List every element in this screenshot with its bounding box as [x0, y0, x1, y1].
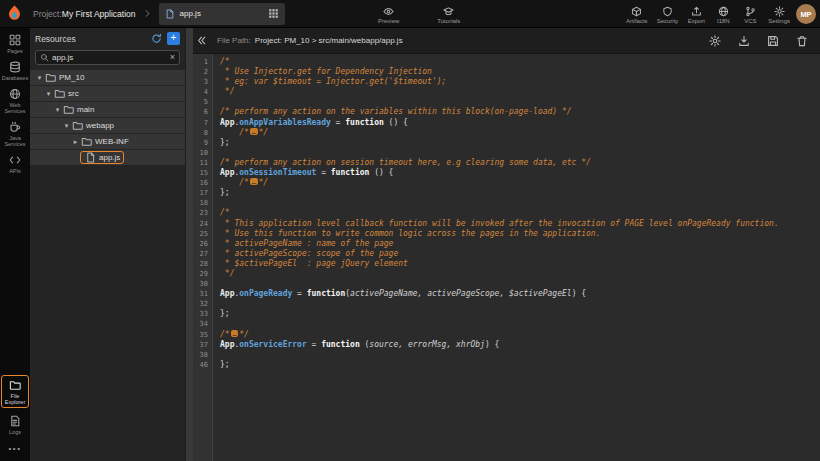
- artifacts-button[interactable]: Artifacts: [626, 3, 648, 26]
- code-line[interactable]: 4 */: [193, 87, 820, 97]
- code-line[interactable]: 31App.onPageReady = function(activePageN…: [193, 289, 820, 299]
- code-line[interactable]: 9};: [193, 138, 820, 148]
- code-text: * Use Injector.get for Dependency Inject…: [213, 67, 432, 77]
- code-line[interactable]: 23/*: [193, 208, 820, 218]
- code-line[interactable]: 32: [193, 299, 820, 309]
- code-line[interactable]: 10: [193, 148, 820, 158]
- globe-icon: [9, 88, 21, 100]
- caret-down-icon[interactable]: ▾: [35, 74, 44, 82]
- avatar[interactable]: MP: [796, 4, 816, 24]
- rail-item-web-services[interactable]: Web Services: [1, 88, 29, 114]
- save-icon[interactable]: [767, 35, 779, 47]
- i18n-icon: [718, 6, 729, 17]
- rail-item-java-services[interactable]: Java Services: [1, 121, 29, 147]
- panel-divider[interactable]: [185, 28, 193, 461]
- code-line[interactable]: 15App.onSessionTimeout = function () {: [193, 168, 820, 178]
- tree-item-web-inf[interactable]: ▸WEB-INF: [30, 134, 185, 150]
- download-icon[interactable]: [738, 35, 750, 47]
- code-line[interactable]: 2 * Use Injector.get for Dependency Inje…: [193, 67, 820, 77]
- line-number: 6: [193, 107, 213, 117]
- clear-search-icon[interactable]: ×: [170, 53, 175, 62]
- code-line[interactable]: 16 /*…*/: [193, 178, 820, 188]
- line-number: 15: [193, 168, 213, 178]
- caret-down-icon[interactable]: ▾: [44, 90, 53, 98]
- code-line[interactable]: 3 * eg: var $timeout = Injector.get('$ti…: [193, 77, 820, 87]
- file-path-label: File Path:: [217, 36, 251, 45]
- add-button[interactable]: +: [167, 32, 180, 45]
- code-line[interactable]: 28 * $activePageEl : page jQuery element: [193, 259, 820, 269]
- vcs-button[interactable]: VCS: [741, 3, 759, 26]
- code-line[interactable]: 5: [193, 97, 820, 107]
- preview-icon: [383, 6, 394, 17]
- logs-icon: [9, 415, 21, 427]
- caret-down-icon[interactable]: ▾: [53, 106, 62, 114]
- rail-item-pages[interactable]: Pages: [1, 34, 29, 54]
- rail-item-label: Pages: [7, 48, 23, 54]
- fold-marker[interactable]: …: [250, 128, 258, 135]
- more-icon[interactable]: •••: [9, 442, 22, 461]
- tree-item-app-js[interactable]: app.js: [30, 150, 185, 166]
- code-line[interactable]: 35/*…*/: [193, 330, 820, 340]
- rail-top-items: PagesDatabasesWeb ServicesJava ServicesA…: [1, 28, 29, 181]
- settings-button[interactable]: Settings: [768, 3, 790, 26]
- code-text: [213, 350, 220, 360]
- code-line[interactable]: 37App.onServiceError = function (source,…: [193, 340, 820, 350]
- line-number: 26: [193, 239, 213, 249]
- i18n-button[interactable]: I18N: [714, 3, 732, 26]
- caret-down-icon[interactable]: ▾: [62, 122, 71, 130]
- tree-item-webapp[interactable]: ▾webapp: [30, 118, 185, 134]
- code-line[interactable]: 11/* perform any action on session timeo…: [193, 158, 820, 168]
- refresh-icon[interactable]: [151, 33, 162, 44]
- code-text: /*…*/: [213, 330, 249, 340]
- code-text: */: [213, 87, 234, 97]
- tree-item-label: app.js: [99, 153, 120, 162]
- rail-item-databases[interactable]: Databases: [1, 61, 29, 81]
- resources-header: Resources +: [30, 28, 185, 49]
- code-line[interactable]: 6/* perform any action on the variables …: [193, 107, 820, 117]
- security-button[interactable]: Security: [657, 3, 679, 26]
- search-input[interactable]: [52, 53, 167, 62]
- code-line[interactable]: 27 * activePageScope: scope of the page: [193, 249, 820, 259]
- line-number: 31: [193, 289, 213, 299]
- code-editor[interactable]: 1/*2 * Use Injector.get for Dependency I…: [193, 54, 820, 461]
- line-number: 1: [193, 57, 213, 67]
- caret-right-icon[interactable]: ▸: [71, 138, 80, 146]
- fold-marker[interactable]: …: [231, 330, 239, 337]
- file-icon: [85, 152, 96, 163]
- code-line[interactable]: 25 * Use this function to write common l…: [193, 229, 820, 239]
- code-text: */: [213, 269, 234, 279]
- code-line[interactable]: 26 * activePageName : name of the page: [193, 239, 820, 249]
- collapse-panel-icon[interactable]: [196, 35, 207, 46]
- code-line[interactable]: 7App.onAppVariablesReady = function () {: [193, 118, 820, 128]
- code-line[interactable]: 46};: [193, 360, 820, 370]
- code-text: /*…*/: [213, 128, 268, 138]
- code-line[interactable]: 38: [193, 350, 820, 360]
- line-number: 10: [193, 148, 213, 158]
- fold-marker[interactable]: …: [250, 178, 258, 185]
- code-line[interactable]: 30: [193, 279, 820, 289]
- code-line[interactable]: 29 */: [193, 269, 820, 279]
- tree-item-pm-10[interactable]: ▾PM_10: [30, 70, 185, 86]
- rail-item-apis[interactable]: APIs: [1, 154, 29, 174]
- rail-item-logs[interactable]: Logs: [1, 415, 29, 435]
- grid-icon[interactable]: [268, 8, 279, 19]
- file-tree: ▾PM_10▾src▾main▾webapp▸WEB-INFapp.js: [30, 70, 185, 461]
- code-line[interactable]: 33};: [193, 309, 820, 319]
- tree-item-src[interactable]: ▾src: [30, 86, 185, 102]
- code-line[interactable]: 8 /*…*/: [193, 128, 820, 138]
- code-line[interactable]: 1/*: [193, 57, 820, 67]
- code-line[interactable]: 34: [193, 319, 820, 329]
- delete-icon[interactable]: [796, 35, 808, 47]
- settings-icon[interactable]: [709, 35, 721, 47]
- wavemaker-logo-icon[interactable]: [5, 4, 24, 23]
- tree-item-main[interactable]: ▾main: [30, 102, 185, 118]
- rail-item-file-explorer[interactable]: File Explorer: [1, 375, 29, 408]
- code-line[interactable]: 24 * This application level callback fun…: [193, 219, 820, 229]
- code-line[interactable]: 18: [193, 198, 820, 208]
- code-line[interactable]: 17};: [193, 188, 820, 198]
- tutorials-button[interactable]: Tutorials: [437, 3, 460, 26]
- export-button[interactable]: Export: [687, 3, 705, 26]
- line-number: 32: [193, 299, 213, 309]
- preview-button[interactable]: Preview: [378, 3, 399, 26]
- file-tab[interactable]: app.js: [159, 3, 285, 25]
